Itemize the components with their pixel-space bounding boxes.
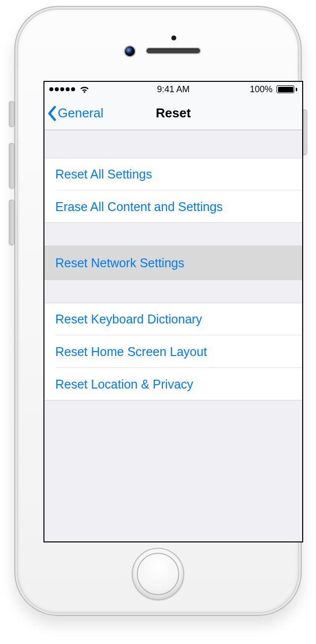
status-bar: 9:41 AM 100% xyxy=(44,82,302,97)
cell-label: Erase All Content and Settings xyxy=(55,200,223,214)
screen: 9:41 AM 100% Genera xyxy=(43,81,303,542)
cell-label: Reset Home Screen Layout xyxy=(55,345,207,359)
back-button[interactable]: General xyxy=(44,106,104,121)
chevron-left-icon xyxy=(47,106,57,121)
reset-keyboard-dictionary-cell[interactable]: Reset Keyboard Dictionary xyxy=(44,303,302,335)
home-button[interactable] xyxy=(132,548,184,600)
volume-down-button xyxy=(9,200,14,245)
cell-label: Reset All Settings xyxy=(55,167,152,181)
group-spacer xyxy=(44,280,302,303)
nav-header: General Reset xyxy=(44,97,302,130)
cell-label: Reset Network Settings xyxy=(55,256,184,270)
group-spacer xyxy=(44,130,302,158)
home-button-ring xyxy=(137,553,179,595)
battery-percentage: 100% xyxy=(250,84,273,95)
erase-all-content-cell[interactable]: Erase All Content and Settings xyxy=(44,190,302,223)
back-button-label: General xyxy=(58,106,104,121)
wifi-icon xyxy=(79,85,90,93)
signal-strength-icon xyxy=(49,87,75,91)
battery-icon xyxy=(276,85,297,93)
volume-up-button xyxy=(9,143,14,188)
earpiece-speaker xyxy=(146,47,201,54)
group-spacer xyxy=(44,223,302,246)
proximity-sensor xyxy=(171,36,176,40)
reset-location-privacy-cell[interactable]: Reset Location & Privacy xyxy=(44,368,302,400)
front-camera xyxy=(124,45,136,57)
cell-label: Reset Location & Privacy xyxy=(55,377,193,392)
phone-mockup: 9:41 AM 100% Genera xyxy=(0,0,316,644)
reset-all-settings-cell[interactable]: Reset All Settings xyxy=(44,158,302,190)
mute-switch xyxy=(9,101,14,127)
reset-network-settings-cell[interactable]: Reset Network Settings xyxy=(44,246,302,280)
status-left xyxy=(49,85,90,93)
status-right: 100% xyxy=(250,84,297,95)
phone-body: 9:41 AM 100% Genera xyxy=(14,6,302,616)
reset-home-screen-layout-cell[interactable]: Reset Home Screen Layout xyxy=(44,335,302,368)
cell-label: Reset Keyboard Dictionary xyxy=(55,312,202,326)
